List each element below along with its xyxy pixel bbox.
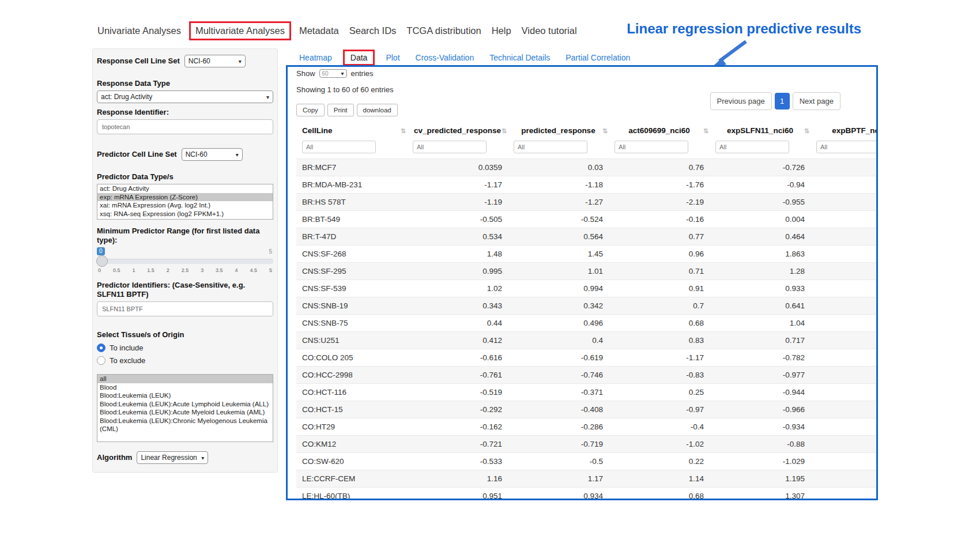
cell-value: 0.68 [609,315,710,332]
col-header-act609699-nci60[interactable]: act609699_nci60⇅ [609,122,710,139]
algorithm-select[interactable]: Linear Regression ▾ [137,451,208,464]
nav-item-tcga-distribution[interactable]: TCGA distribution [401,25,486,36]
sort-icon[interactable]: ⇅ [602,127,608,134]
cell-value: -0.977 [710,367,811,384]
table-row: CNS:SNB-190.3430.3420.70.641-0.309 [296,297,878,315]
download-button[interactable]: download [357,104,398,116]
cell-line-name: CNS:SF-268 [296,246,407,263]
cell-value: 0.91 [609,280,710,297]
col-header-expslfn11-nci60[interactable]: expSLFN11_nci60⇅ [710,122,811,139]
tissue-origin-listbox[interactable]: allBloodBlood:Leukemia (LEUK)Blood:Leuke… [97,374,273,442]
cell-value: -1.495 [811,176,878,194]
table-row: BR:MDA-MB-231-1.17-1.18-1.76-0.94-1.495 [296,176,878,194]
slider-track[interactable] [97,259,273,264]
tissue-option[interactable]: Blood:Leukemia (LEUK) [97,391,273,400]
tab-data[interactable]: Data [343,50,375,66]
radio-icon [97,344,105,352]
nav-item-metadata[interactable]: Metadata [294,25,344,36]
nav-item-univariate-analyses[interactable]: Univariate Analyses [92,25,186,36]
previous-page-button[interactable]: Previous page [710,92,772,110]
filter-cell [296,139,407,159]
table-row: BR:T-47D0.5340.5640.770.4640.817 [296,228,878,246]
cell-line-name: BR:MDA-MB-231 [296,176,407,194]
tissue-option[interactable]: Blood:Leukemia (LEUK):Acute Myeloid Leuk… [97,408,273,417]
col-header-expbptf-nci60[interactable]: expBPTF_nci60⇅ [811,122,878,139]
slider-tick-label: 1 [132,267,135,273]
nav-item-video-tutorial[interactable]: Video tutorial [517,25,582,36]
filter-input-predicted-response[interactable] [514,141,587,153]
predictor-data-type-option[interactable]: exp: mRNA Expression (Z-Score) [97,193,273,202]
tissue-option[interactable]: Blood:Leukemia (LEUK):Acute Lymphoid Leu… [97,400,273,409]
cell-value: -0.944 [710,384,811,401]
tab-plot[interactable]: Plot [386,53,399,62]
tab-heatmap[interactable]: Heatmap [299,53,332,62]
nav-item-search-ids[interactable]: Search IDs [344,25,402,36]
cell-line-name: CO:HCC-2998 [296,367,407,384]
response-identifier-input[interactable] [97,119,273,134]
sort-icon[interactable]: ⇅ [703,127,708,134]
filter-input-cellline[interactable] [302,141,376,153]
table-row: CO:COLO 205-0.616-0.619-1.17-0.782-0.056 [296,349,878,367]
tissue-radio-to-exclude[interactable]: To exclude [97,356,273,365]
algorithm-label: Algorithm [97,453,132,462]
sort-icon[interactable]: ⇅ [804,127,809,134]
print-button[interactable]: Print [327,104,354,116]
response-identifier-label: Response Identifier: [97,108,273,117]
col-header-cellline[interactable]: CellLine⇅ [296,122,407,139]
cell-value: 0.817 [811,228,878,246]
cell-value: -0.746 [508,367,609,384]
tissue-option[interactable]: Blood [97,383,273,392]
response-identifier-group: Response Identifier: [97,108,273,134]
minimum-predictor-range-slider[interactable]: 0 5 00.511.522.533.544.55 [97,247,273,276]
nav-item-multivariate-analyses[interactable]: Multivariate Analyses [189,21,291,40]
filter-input-expslfn11-nci60[interactable] [715,141,789,153]
tab-technical-details[interactable]: Technical Details [489,53,550,62]
response-cell-line-set-value: NCI-60 [189,57,210,65]
cell-line-name: CO:SW-620 [296,453,407,470]
response-data-type-select[interactable]: act: Drug Activity ▾ [97,90,273,103]
col-header-predicted-response[interactable]: predicted_response⇅ [508,122,609,139]
next-page-button[interactable]: Next page [793,92,840,110]
table-row: LE:CCRF-CEM1.161.171.141.1951.039 [296,470,878,488]
tab-cross-validation[interactable]: Cross-Validation [416,53,474,62]
tissue-option[interactable]: Blood:Leukemia (LEUK):Chronic Myelogenou… [97,417,273,433]
current-page-button[interactable]: 1 [775,93,790,110]
col-header-cv-predicted-response[interactable]: cv_predicted_response⇅ [407,122,508,139]
cell-value: 0.71 [609,263,710,280]
sort-icon[interactable]: ⇅ [401,127,406,134]
predictor-data-type-option[interactable]: xsq: RNA-seq Expression (log2 FPKM+1.) [97,210,273,218]
cell-value: 0.933 [710,280,811,297]
predictor-data-types-listbox[interactable]: act: Drug Activityexp: mRNA Expression (… [97,184,273,220]
table-row: CNS:SF-2681.481.450.961.8630.384 [296,246,878,263]
slider-tick-label: 0.5 [113,267,120,273]
filter-input-expbptf-nci60[interactable] [816,141,878,153]
slider-handle[interactable] [96,255,108,267]
copy-button[interactable]: Copy [296,104,325,116]
nav-item-help[interactable]: Help [487,25,517,36]
tissue-option[interactable]: all [97,375,273,383]
predictor-identifiers-input[interactable] [97,301,273,316]
slider-tick-label: 4.5 [250,267,257,273]
cell-value: -0.505 [407,211,508,228]
predictor-data-type-option[interactable]: xai: mRNA Expression (Avg. log2 Int.) [97,201,273,210]
cell-value: 1.096 [811,280,878,297]
radio-label: To exclude [110,356,145,365]
cell-value: 0.325 [811,263,878,280]
analysis-controls-sidebar: Response Cell Line Set NCI-60 ▾ Response… [92,48,278,473]
cell-value: 0.951 [407,488,508,501]
sort-icon[interactable]: ⇅ [502,127,507,134]
tab-partial-correlation[interactable]: Partial Correlation [566,53,630,62]
filter-input-cv-predicted-response[interactable] [413,141,487,153]
cell-value: 0.342 [508,297,609,315]
filter-input-act609699-nci60[interactable] [615,141,688,153]
result-tabs: HeatmapDataPlotCross-ValidationTechnical… [299,50,630,66]
show-entries-select[interactable]: 60 ▾ [319,69,347,78]
tissue-radio-to-include[interactable]: To include [97,344,273,352]
table-filter-row [296,139,878,159]
cell-line-name: CO:HCT-15 [296,401,407,418]
column-label: predicted_response [521,126,595,135]
cell-value: -0.292 [407,401,508,418]
predictor-cell-line-set-select[interactable]: NCI-60 ▾ [182,148,243,161]
predictor-data-type-option[interactable]: act: Drug Activity [97,184,273,193]
response-cell-line-set-select[interactable]: NCI-60 ▾ [184,55,246,67]
